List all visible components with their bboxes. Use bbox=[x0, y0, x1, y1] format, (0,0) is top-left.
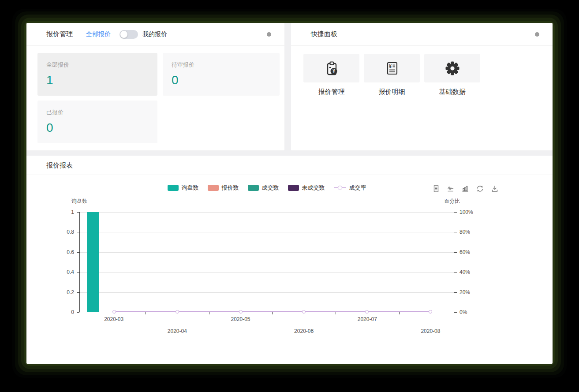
shortcut-tiles: ¥ 报价管理 ¥ 报价明细 bbox=[303, 54, 480, 96]
legend-line-marker bbox=[334, 185, 346, 191]
right-axis-tick-label: 40% bbox=[459, 269, 480, 275]
panel-options-dot-icon[interactable] bbox=[267, 32, 271, 37]
x-axis-label: 2020-03 bbox=[98, 316, 129, 322]
svg-text:¥: ¥ bbox=[332, 69, 335, 74]
toggle-knob bbox=[120, 31, 127, 38]
panel-options-dot-icon[interactable] bbox=[535, 32, 539, 37]
shortcut-label[interactable]: 报价明细 bbox=[364, 88, 420, 96]
shortcut-base-data: 基础数据 bbox=[424, 54, 480, 96]
rate-line-marker bbox=[365, 310, 369, 314]
x-axis-tick bbox=[336, 312, 336, 314]
svg-text:¥: ¥ bbox=[389, 63, 392, 68]
line-chart-icon[interactable] bbox=[447, 185, 455, 193]
right-axis-title: 百分比 bbox=[438, 198, 466, 205]
legend-label: 报价数 bbox=[222, 184, 239, 192]
x-axis-label: 2020-08 bbox=[415, 328, 446, 334]
chart-legend: 询盘数报价数成交数未成交数成交率 bbox=[79, 184, 454, 192]
x-axis-label: 2020-04 bbox=[162, 328, 193, 334]
left-axis-tick-label: 1 bbox=[54, 209, 74, 215]
shortcut-label[interactable]: 基础数据 bbox=[424, 88, 480, 96]
gridline bbox=[80, 212, 454, 213]
legend-label: 成交率 bbox=[349, 184, 366, 192]
rate-line-marker bbox=[302, 310, 306, 314]
rate-line-marker bbox=[429, 310, 432, 314]
stat-value: 1 bbox=[46, 73, 149, 87]
right-axis-tick bbox=[454, 232, 457, 232]
left-axis-tick bbox=[77, 232, 79, 232]
stat-label: 已报价 bbox=[46, 108, 149, 116]
right-axis-tick-label: 60% bbox=[459, 249, 480, 255]
left-axis-tick-label: 0.8 bbox=[54, 229, 74, 235]
left-axis-tick-label: 0.2 bbox=[54, 289, 74, 295]
shortcut-tile[interactable]: ¥ bbox=[364, 54, 420, 82]
legend-item-询盘数[interactable]: 询盘数 bbox=[168, 184, 199, 192]
divider bbox=[26, 175, 553, 175]
legend-label: 成交数 bbox=[262, 184, 279, 192]
download-icon[interactable] bbox=[491, 185, 499, 193]
right-axis-tick-label: 80% bbox=[459, 229, 480, 235]
stat-value: 0 bbox=[172, 73, 271, 87]
quote-panel-header: 报价管理 全部报价 我的报价 bbox=[26, 23, 284, 46]
legend-label: 询盘数 bbox=[182, 184, 199, 192]
shortcut-quote-management: ¥ 报价管理 bbox=[303, 54, 359, 96]
left-axis-tick bbox=[77, 272, 79, 273]
clipboard-yuan-icon: ¥ bbox=[323, 60, 340, 77]
quote-report-panel: 报价报表 询盘数报价数成交数未成交数成交率 bbox=[26, 156, 553, 364]
bar-询盘数 bbox=[87, 212, 99, 312]
stat-all-quotes[interactable]: 全部报价 1 bbox=[37, 53, 157, 96]
left-axis-tick bbox=[77, 292, 79, 293]
x-axis-label: 2020-06 bbox=[288, 328, 319, 334]
quote-panel-title: 报价管理 bbox=[46, 30, 73, 38]
stat-label: 待审报价 bbox=[172, 61, 271, 69]
left-axis-tick-label: 0 bbox=[54, 309, 74, 315]
quote-scope-toggle[interactable] bbox=[120, 30, 138, 39]
gridline bbox=[80, 292, 454, 293]
right-axis-tick-label: 0% bbox=[459, 309, 480, 315]
bar-chart-icon[interactable] bbox=[461, 185, 469, 193]
x-axis-label: 2020-07 bbox=[352, 316, 383, 322]
gridline bbox=[80, 232, 454, 232]
left-axis-tick-label: 0.6 bbox=[54, 249, 74, 255]
left-axis-tick bbox=[77, 252, 79, 253]
right-axis-tick bbox=[454, 312, 457, 313]
quote-management-panel: 报价管理 全部报价 我的报价 全部报价 1 待审报价 0 已报价 0 bbox=[26, 23, 284, 150]
legend-item-成交数[interactable]: 成交数 bbox=[248, 184, 279, 192]
receipt-yuan-icon: ¥ bbox=[384, 60, 400, 76]
left-axis-tick bbox=[77, 212, 79, 213]
data-view-icon[interactable] bbox=[432, 185, 440, 193]
dashboard-window: 报价管理 全部报价 我的报价 全部报价 1 待审报价 0 已报价 0 快捷面板 bbox=[26, 23, 553, 364]
rate-line-marker bbox=[239, 310, 243, 314]
left-axis-tick-label: 0.4 bbox=[54, 269, 74, 275]
right-axis-tick bbox=[454, 272, 457, 273]
shortcut-panel: 快捷面板 ¥ 报价管理 bbox=[291, 23, 553, 150]
chart-toolbox bbox=[432, 185, 499, 193]
x-axis-tick bbox=[209, 312, 209, 314]
gear-icon bbox=[444, 60, 461, 77]
legend-item-报价数[interactable]: 报价数 bbox=[208, 184, 239, 192]
legend-swatch bbox=[208, 185, 219, 191]
chart-plot bbox=[79, 212, 454, 312]
legend-circle bbox=[338, 186, 342, 190]
legend-swatch bbox=[288, 185, 299, 191]
all-quotes-link[interactable]: 全部报价 bbox=[86, 30, 111, 38]
shortcut-tile[interactable]: ¥ bbox=[303, 54, 359, 82]
stat-quoted[interactable]: 已报价 0 bbox=[37, 101, 157, 143]
rate-line-marker bbox=[176, 310, 179, 314]
legend-swatch bbox=[168, 185, 179, 191]
gridline bbox=[80, 272, 454, 273]
legend-label: 未成交数 bbox=[302, 184, 325, 192]
legend-swatch bbox=[248, 185, 259, 191]
x-axis-tick bbox=[272, 312, 273, 314]
legend-item-未成交数[interactable]: 未成交数 bbox=[288, 184, 325, 192]
left-axis-tick bbox=[77, 312, 79, 313]
x-axis-tick bbox=[146, 312, 146, 314]
gridline bbox=[80, 252, 454, 253]
stat-pending-quotes[interactable]: 待审报价 0 bbox=[163, 53, 280, 96]
my-quotes-label[interactable]: 我的报价 bbox=[142, 30, 167, 38]
legend-item-成交率[interactable]: 成交率 bbox=[334, 184, 366, 192]
x-axis-label: 2020-05 bbox=[225, 316, 256, 322]
shortcut-label[interactable]: 报价管理 bbox=[303, 88, 359, 96]
restore-icon[interactable] bbox=[476, 185, 484, 193]
shortcut-tile[interactable] bbox=[424, 54, 480, 82]
shortcut-quote-detail: ¥ 报价明细 bbox=[364, 54, 420, 96]
